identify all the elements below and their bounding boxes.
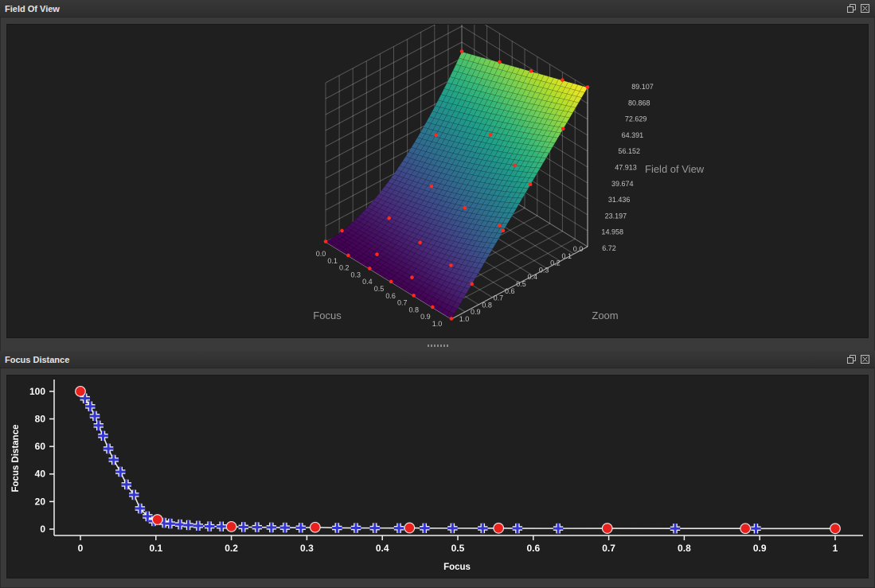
field-of-view-panel — [6, 24, 869, 338]
field-of-view-3d-plot[interactable] — [7, 25, 868, 337]
focus-distance-panel — [6, 375, 869, 578]
panel-title: Focus Distance — [5, 355, 69, 364]
float-icon[interactable] — [846, 354, 857, 364]
splitter-grip-icon[interactable] — [428, 345, 448, 347]
panel-title: Field Of View — [5, 4, 60, 14]
float-icon[interactable] — [846, 3, 857, 14]
panel-titlebar-focus-distance[interactable]: Focus Distance — [0, 351, 875, 368]
close-icon[interactable] — [860, 354, 870, 364]
panel-splitter[interactable] — [0, 341, 875, 349]
panel-titlebar-field-of-view[interactable]: Field Of View — [0, 0, 875, 18]
focus-distance-plot[interactable] — [7, 376, 868, 578]
close-icon[interactable] — [860, 3, 870, 14]
application-window: Field Of View Focus Distance — [0, 0, 875, 588]
